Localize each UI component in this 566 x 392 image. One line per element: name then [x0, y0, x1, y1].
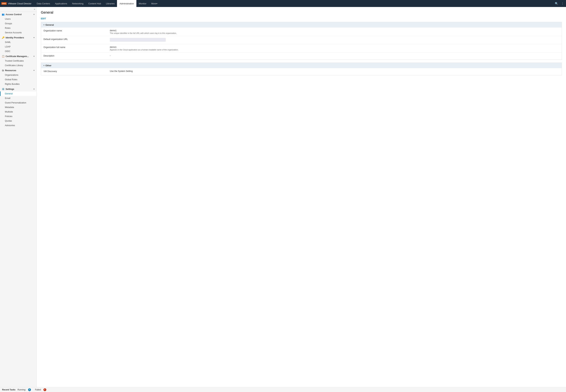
sidebar-item-trusted-certificates[interactable]: Trusted Certificates [0, 59, 36, 63]
sidebar-item-oidc[interactable]: OIDC [0, 49, 36, 54]
access-control-icon: 👥 [2, 13, 4, 16]
nav-items: Data Centers Applications Networking Con… [34, 0, 554, 7]
sidebar-section-certificate-management: 📋 Certificate Managem... ▾ Trusted Certi… [0, 54, 36, 68]
sidebar-item-roles[interactable]: Roles [0, 26, 36, 30]
certificate-management-chevron: ▾ [33, 55, 34, 57]
app-brand: VMware Cloud Director [8, 2, 31, 5]
sidebar-item-guest-personalization[interactable]: Guest Personalization [0, 100, 36, 105]
sidebar-item-users[interactable]: Users [0, 17, 36, 21]
field-org-full-name: Organization full name demo1 Appears in … [41, 44, 562, 53]
topnav-icons: 🔍 ⋮ [554, 1, 565, 6]
sidebar-item-service-accounts[interactable]: Service Accounts [0, 30, 36, 35]
sidebar-item-policies[interactable]: Policies [0, 114, 36, 119]
failed-count-badge: 0 [44, 388, 46, 391]
sidebar-item-ldap[interactable]: LDAP [0, 44, 36, 49]
settings-icon: ⚙️ [2, 88, 4, 90]
main-content: General EDIT ▾ General Organization name… [37, 7, 566, 387]
org-full-name-value: demo1 [110, 46, 559, 48]
general-section-panel: ▾ General Organization name demo1 The un… [41, 22, 562, 60]
general-section-title: General [45, 24, 54, 26]
field-value-vm-discovery: Use the System Setting [110, 70, 559, 72]
sidebar-section-header-access-control[interactable]: 👥 Access Control ▾ [0, 12, 36, 17]
field-value-org-name: demo1 The unique identifier in the full … [110, 29, 559, 34]
field-label-vm-discovery: VM Discovery [44, 70, 110, 72]
certificate-management-title: Certificate Managem... [6, 55, 29, 57]
nav-administration[interactable]: Administration [117, 0, 136, 7]
sidebar-item-multisite[interactable]: Multisite [0, 110, 36, 114]
access-control-items: Users Groups Roles Service Accounts [0, 17, 36, 35]
nav-monitor[interactable]: Monitor [136, 0, 149, 7]
nav-datacenters[interactable]: Data Centers [34, 0, 53, 7]
sidebar-section-header-certificate-management[interactable]: 📋 Certificate Managem... ▾ [0, 54, 36, 59]
sidebar-item-email[interactable]: Email [0, 96, 36, 100]
org-full-name-sub: Appears in the Cloud application as a hu… [110, 49, 559, 51]
general-section-header[interactable]: ▾ General [41, 22, 562, 28]
failed-label: Failed: [35, 389, 41, 391]
field-value-org-full-name: demo1 Appears in the Cloud application a… [110, 46, 559, 51]
general-section-body: Organization name demo1 The unique ident… [41, 28, 562, 60]
identity-providers-icon: 🔑 [2, 36, 4, 39]
field-value-default-org-url [110, 38, 559, 42]
other-section-title: Other [45, 64, 52, 67]
nav-more[interactable]: More [149, 0, 160, 7]
search-icon[interactable]: 🔍 [554, 1, 559, 6]
sidebar-section-header-identity-providers[interactable]: 🔑 Identity Providers ▾ [0, 35, 36, 40]
nav-libraries[interactable]: Libraries [104, 0, 117, 7]
sidebar-item-saml[interactable]: SAML [0, 40, 36, 44]
sidebar: « 👥 Access Control ▾ Users Groups Roles … [0, 7, 37, 387]
sidebar-section-header-settings[interactable]: ⚙️ Settings ▾ [0, 86, 36, 91]
field-label-org-full-name: Organization full name [44, 46, 110, 48]
certificate-management-items: Trusted Certificates Certificates Librar… [0, 59, 36, 68]
resources-items: Organizations Global Roles Rights Bundle… [0, 73, 36, 86]
field-description: Description - [41, 53, 562, 60]
sidebar-item-certificates-library[interactable]: Certificates Library [0, 63, 36, 68]
sidebar-section-header-resources[interactable]: 🗂 Resources ▾ [0, 68, 36, 73]
identity-providers-title: Identity Providers [6, 36, 24, 39]
resources-icon: 🗂 [2, 69, 4, 72]
nav-networking[interactable]: Networking [70, 0, 86, 7]
field-label-default-org-url: Default organization URL [44, 38, 110, 41]
sidebar-item-advisories[interactable]: Advisories [0, 123, 36, 128]
running-count-badge: 0 [28, 388, 31, 391]
top-navigation: vmw VMware Cloud Director Data Centers A… [0, 0, 566, 7]
settings-chevron: ▾ [33, 88, 34, 90]
sidebar-section-settings: ⚙️ Settings ▾ General Email Guest Person… [0, 86, 36, 128]
sidebar-section-access-control: 👥 Access Control ▾ Users Groups Roles Se… [0, 12, 36, 35]
certificate-management-icon: 📋 [2, 55, 4, 57]
nav-applications[interactable]: Applications [52, 0, 70, 7]
field-value-description: - [110, 55, 559, 57]
field-label-description: Description [44, 55, 110, 57]
vmw-logo-text: vmw [1, 2, 7, 5]
field-label-org-name: Organization name [44, 29, 110, 32]
sidebar-item-global-roles[interactable]: Global Roles [0, 77, 36, 82]
sidebar-section-resources: 🗂 Resources ▾ Organizations Global Roles… [0, 68, 36, 86]
field-org-name: Organization name demo1 The unique ident… [41, 28, 562, 36]
identity-providers-chevron: ▾ [33, 37, 34, 39]
other-section-panel: ▾ Other VM Discovery Use the System Sett… [41, 63, 562, 75]
nav-contenthub[interactable]: Content Hub [86, 0, 104, 7]
page-title: General [41, 11, 562, 14]
edit-button[interactable]: EDIT [41, 17, 46, 20]
general-section-chevron: ▾ [44, 24, 44, 26]
sidebar-item-groups[interactable]: Groups [0, 21, 36, 26]
collapse-icon[interactable]: « [34, 8, 35, 11]
field-vm-discovery: VM Discovery Use the System Setting [41, 68, 562, 75]
sidebar-item-quotas[interactable]: Quotas [0, 119, 36, 123]
sidebar-collapse[interactable]: « [0, 7, 36, 12]
sidebar-item-general[interactable]: General [0, 91, 36, 96]
sidebar-item-organizations[interactable]: Organizations [0, 73, 36, 77]
other-section-header[interactable]: ▾ Other [41, 63, 562, 68]
access-control-title: Access Control [6, 13, 22, 16]
other-section-chevron: ▾ [44, 65, 44, 67]
more-options-icon[interactable]: ⋮ [560, 1, 565, 6]
bottom-bar: Recent Tasks Running: 0 Failed: 0 [0, 387, 566, 392]
other-section-body: VM Discovery Use the System Setting [41, 68, 562, 75]
settings-title: Settings [6, 88, 14, 90]
field-default-org-url: Default organization URL [41, 36, 562, 44]
resources-chevron: ▾ [33, 70, 34, 71]
sidebar-item-rights-bundles[interactable]: Rights Bundles [0, 82, 36, 86]
resources-title: Resources [5, 69, 16, 72]
org-name-sub: The unique identifier in the full URL wi… [110, 32, 559, 34]
identity-providers-items: SAML LDAP OIDC [0, 40, 36, 54]
sidebar-item-metadata[interactable]: Metadata [0, 105, 36, 110]
